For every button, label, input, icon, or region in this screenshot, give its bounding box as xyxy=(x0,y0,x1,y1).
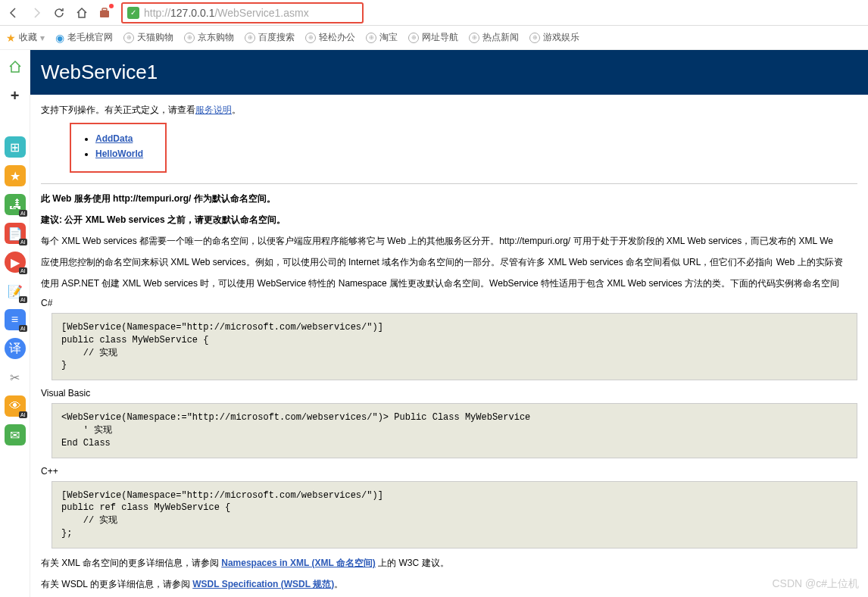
bookmark-item-2[interactable]: ⊕京东购物 xyxy=(184,31,234,44)
sidebar-app-9[interactable]: 👁AI xyxy=(5,395,26,417)
globe-icon: ⊕ xyxy=(305,33,316,43)
globe-icon: ⊕ xyxy=(123,33,134,43)
code-vb: <WebService(Namespace:="http://microsoft… xyxy=(52,403,857,458)
sidebar-app-5[interactable]: ▶AI xyxy=(5,252,26,273)
paragraph-2: 应使用您控制的命名空间来标识 XML Web services。例如，可以使用公… xyxy=(41,255,857,269)
sidebar-app-6[interactable]: 📝AI xyxy=(5,280,26,302)
bookmarks-bar: ★收藏 ▾ ◉老毛桃官网 ⊕天猫购物 ⊕京东购物 ⊕百度搜索 ⊕轻松办公 ⊕淘宝… xyxy=(0,26,868,50)
sidebar-plus-icon[interactable]: + xyxy=(5,85,26,106)
svg-rect-1 xyxy=(102,8,107,11)
bookmark-item-6[interactable]: ⊕网址导航 xyxy=(408,31,458,44)
divider xyxy=(41,183,857,184)
spin-icon: ◉ xyxy=(55,32,64,44)
suggestion-line: 建议: 公开 XML Web services 之前，请更改默认命名空间。 xyxy=(41,213,857,227)
xml-ns-para: 有关 XML 命名空间的更多详细信息，请参阅 Namespaces in XML… xyxy=(41,556,857,570)
page-header: WebService1 xyxy=(30,50,868,95)
operation-link-helloworld[interactable]: HelloWorld xyxy=(95,148,143,159)
wsdl-para: 有关 WSDL 的更多详细信息，请参阅 WSDL Specification (… xyxy=(41,577,857,591)
sidebar-app-7[interactable]: ≡AI xyxy=(5,309,26,330)
paragraph-1: 每个 XML Web services 都需要一个唯一的命名空间，以便客户端应用… xyxy=(41,234,857,248)
extension-button[interactable] xyxy=(94,2,115,23)
globe-icon: ⊕ xyxy=(366,33,376,43)
page-content: WebService1 支持下列操作。有关正式定义，请查看服务说明。 AddDa… xyxy=(30,50,868,597)
wsdl-link[interactable]: WSDL Specification (WSDL 规范) xyxy=(192,579,334,589)
bookmark-item-8[interactable]: ⊕游戏娱乐 xyxy=(529,31,579,44)
sidebar-app-8[interactable]: 译 xyxy=(5,338,26,359)
notification-dot-icon xyxy=(109,4,114,8)
star-icon: ★ xyxy=(6,32,16,44)
code-csharp: [WebService(Namespace="http://microsoft.… xyxy=(52,313,857,380)
code-cpp: [WebService(Namespace="http://microsoft.… xyxy=(52,481,857,549)
favorites-button[interactable]: ★收藏 ▾ xyxy=(6,31,45,44)
sidebar-app-4[interactable]: 📄AI xyxy=(5,223,26,244)
bookmark-item-0[interactable]: ◉老毛桃官网 xyxy=(55,31,113,44)
namespace-line: 此 Web 服务使用 http://tempuri.org/ 作为默认命名空间。 xyxy=(41,192,857,205)
bookmark-item-1[interactable]: ⊕天猫购物 xyxy=(123,31,173,44)
browser-toolbar: ✓ http://127.0.0.1/WebService1.asmx xyxy=(0,0,868,26)
bookmark-item-7[interactable]: ⊕热点新闻 xyxy=(469,31,519,44)
lang-csharp-label: C# xyxy=(41,298,857,308)
xml-namespaces-link[interactable]: Namespaces in XML (XML 命名空间) xyxy=(221,558,376,568)
sidebar-app-3[interactable]: 🏞AI xyxy=(5,194,26,215)
home-button[interactable] xyxy=(71,2,92,23)
left-sidebar: + ⊞ ★ 🏞AI 📄AI ▶AI 📝AI ≡AI 译 ✂ 👁AI ✉ xyxy=(0,50,30,597)
shield-icon: ✓ xyxy=(127,7,139,19)
svg-rect-0 xyxy=(100,11,109,17)
sidebar-app-2[interactable]: ★ xyxy=(5,165,26,186)
globe-icon: ⊕ xyxy=(529,33,540,43)
intro-text: 支持下列操作。有关正式定义，请查看服务说明。 xyxy=(41,104,857,117)
forward-button[interactable] xyxy=(26,2,47,23)
lang-vb-label: Visual Basic xyxy=(41,388,857,399)
operations-list: AddData HelloWorld xyxy=(70,123,167,173)
paragraph-3: 使用 ASP.NET 创建 XML Web services 时，可以使用 We… xyxy=(41,277,857,290)
sidebar-mail-icon[interactable]: ✉ xyxy=(5,424,26,445)
bookmark-item-4[interactable]: ⊕轻松办公 xyxy=(305,31,355,44)
page-title: WebService1 xyxy=(41,61,857,84)
service-description-link[interactable]: 服务说明 xyxy=(195,105,232,115)
bookmark-item-5[interactable]: ⊕淘宝 xyxy=(366,31,398,44)
sidebar-app-1[interactable]: ⊞ xyxy=(5,136,26,158)
url-text: http://127.0.0.1/WebService1.asmx xyxy=(144,7,309,19)
url-bar[interactable]: ✓ http://127.0.0.1/WebService1.asmx xyxy=(121,2,364,23)
reload-button[interactable] xyxy=(48,2,70,23)
globe-icon: ⊕ xyxy=(184,33,195,43)
globe-icon: ⊕ xyxy=(408,33,419,43)
back-button[interactable] xyxy=(3,2,24,23)
globe-icon: ⊕ xyxy=(245,33,255,43)
sidebar-home-icon[interactable] xyxy=(5,56,26,77)
watermark: CSDN @c#上位机 xyxy=(772,577,859,591)
operation-link-adddata[interactable]: AddData xyxy=(95,133,133,144)
bookmark-item-3[interactable]: ⊕百度搜索 xyxy=(245,31,295,44)
lang-cpp-label: C++ xyxy=(41,466,857,477)
globe-icon: ⊕ xyxy=(469,33,479,43)
sidebar-scissors-icon[interactable]: ✂ xyxy=(5,367,26,388)
